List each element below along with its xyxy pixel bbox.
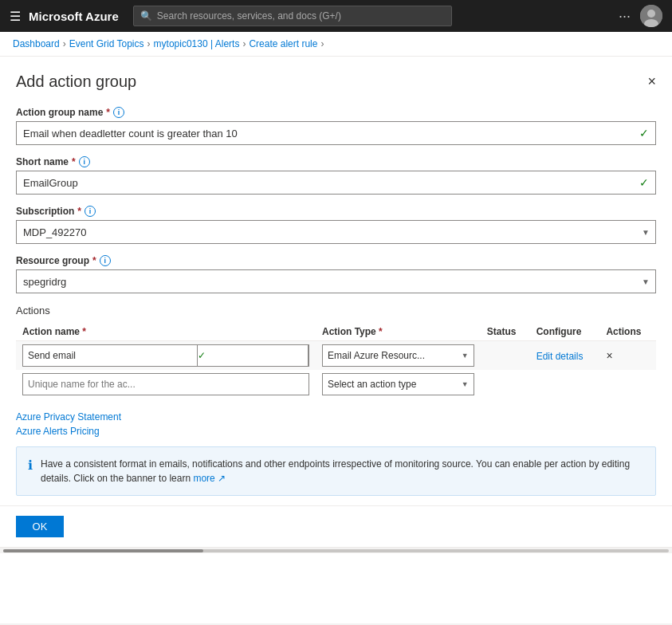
action-group-name-input-wrapper: ✓: [16, 121, 656, 145]
actions-table: Action name * Action Type * Status Confi…: [16, 323, 656, 399]
info-icon-action-group[interactable]: i: [113, 107, 124, 118]
app-logo: Microsoft Azure: [29, 10, 119, 23]
dialog: Add action group × Action group name * i…: [0, 57, 672, 496]
svg-point-1: [647, 10, 655, 18]
breadcrumb-sep-4: ›: [320, 38, 324, 49]
breadcrumb: Dashboard › Event Grid Topics › mytopic0…: [0, 32, 672, 57]
search-icon: 🔍: [140, 10, 152, 22]
action-type-select-wrapper-2: Select an action type ▼: [322, 373, 474, 395]
breadcrumb-event-grid[interactable]: Event Grid Topics: [69, 38, 144, 49]
dialog-footer: OK: [0, 505, 672, 547]
subscription-section: Subscription * i MDP_492270 ▼: [16, 206, 656, 244]
more-options-icon[interactable]: ···: [619, 8, 631, 25]
action-type-select-1[interactable]: Email Azure Resourc...: [323, 345, 474, 366]
short-name-section: Short name * i ✓: [16, 156, 656, 195]
topnav-right: ···: [619, 5, 662, 27]
status-cell-2: [481, 370, 530, 399]
short-name-input-wrapper: ✓: [16, 171, 656, 195]
action-group-name-label: Action group name * i: [16, 107, 656, 118]
remove-cell-2: [599, 370, 656, 399]
info-icon-short-name[interactable]: i: [79, 156, 90, 167]
check-mark-action-group: ✓: [639, 127, 655, 140]
breadcrumb-sep-3: ›: [242, 38, 246, 49]
info-banner-text: Have a consistent format in emails, noti…: [41, 457, 644, 485]
action-type-cell-2: Select an action type ▼: [316, 370, 481, 399]
action-name-cell-1: ✓: [16, 341, 316, 371]
required-marker-an: *: [82, 326, 86, 337]
action-type-select-2[interactable]: Select an action type: [323, 374, 474, 395]
col-configure: Configure: [530, 323, 600, 341]
action-name-input-1[interactable]: [23, 345, 197, 366]
avatar[interactable]: [640, 5, 662, 27]
ok-button[interactable]: OK: [16, 516, 64, 537]
col-action-name: Action name *: [16, 323, 316, 341]
search-box[interactable]: 🔍 Search resources, services, and docs (…: [133, 6, 452, 26]
required-marker: *: [106, 107, 110, 118]
info-icon-subscription[interactable]: i: [84, 206, 96, 217]
required-marker-short: *: [72, 156, 76, 167]
check-icon-1: ✓: [197, 344, 308, 367]
breadcrumb-sep-2: ›: [147, 38, 151, 49]
remove-button-1[interactable]: ×: [606, 349, 612, 362]
search-placeholder: Search resources, services, and docs (G+…: [157, 10, 341, 22]
required-marker-rg: *: [92, 255, 96, 266]
breadcrumb-mytopic[interactable]: mytopic0130 | Alerts: [154, 38, 240, 49]
action-name-input-2[interactable]: [23, 374, 308, 395]
col-status: Status: [481, 323, 530, 341]
col-action-type: Action Type *: [316, 323, 481, 341]
dialog-title: Add action group: [16, 73, 136, 91]
breadcrumb-create-alert[interactable]: Create alert rule: [249, 38, 317, 49]
short-name-input[interactable]: [17, 171, 639, 194]
action-name-input-wrapper-1: ✓: [22, 344, 309, 367]
subscription-select-wrapper: MDP_492270 ▼: [16, 220, 656, 244]
info-banner[interactable]: ℹ Have a consistent format in emails, no…: [16, 446, 656, 496]
resource-group-section: Resource group * i spegridrg ▼: [16, 255, 656, 293]
col-actions: Actions: [599, 323, 656, 341]
subscription-label: Subscription * i: [16, 206, 656, 217]
check-mark-short-name: ✓: [639, 176, 655, 189]
required-marker-at: *: [379, 326, 383, 337]
info-icon-rg[interactable]: i: [100, 255, 111, 266]
main-content: Add action group × Action group name * i…: [0, 57, 672, 623]
resource-group-label: Resource group * i: [16, 255, 656, 266]
hamburger-menu-icon[interactable]: ☰: [10, 9, 21, 24]
breadcrumb-sep-1: ›: [63, 38, 66, 49]
scroll-track: [3, 549, 669, 552]
actions-section: Actions Action name * Action Type * Stat…: [16, 305, 656, 399]
privacy-statement-link[interactable]: Azure Privacy Statement: [16, 411, 656, 423]
action-name-input-wrapper-2: [22, 373, 309, 395]
action-group-name-section: Action group name * i ✓: [16, 107, 656, 145]
actions-section-label: Actions: [16, 305, 656, 316]
more-link[interactable]: more ↗: [193, 473, 226, 484]
resource-group-select-wrapper: spegridrg ▼: [16, 269, 656, 293]
scroll-hint: [0, 547, 672, 553]
top-navigation: ☰ Microsoft Azure 🔍 Search resources, se…: [0, 0, 672, 32]
alerts-pricing-link[interactable]: Azure Alerts Pricing: [16, 426, 656, 437]
breadcrumb-dashboard[interactable]: Dashboard: [13, 38, 60, 49]
dialog-header: Add action group ×: [16, 73, 656, 91]
links-section: Azure Privacy Statement Azure Alerts Pri…: [16, 411, 656, 437]
action-type-cell-1: Email Azure Resourc... ▼: [316, 341, 481, 371]
short-name-label: Short name * i: [16, 156, 656, 167]
remove-cell-1: ×: [599, 341, 656, 371]
close-button[interactable]: ×: [647, 73, 656, 90]
scroll-thumb: [3, 549, 203, 552]
action-type-select-wrapper-1: Email Azure Resourc... ▼: [322, 344, 474, 367]
configure-cell-2: [530, 370, 600, 399]
table-row: ✓ Email Azure Resourc... ▼: [16, 341, 656, 371]
required-marker-sub: *: [77, 206, 81, 217]
edit-details-link-1[interactable]: Edit details: [536, 351, 584, 362]
subscription-select[interactable]: MDP_492270: [16, 220, 656, 244]
resource-group-select[interactable]: spegridrg: [16, 269, 656, 293]
table-row: Select an action type ▼: [16, 370, 656, 399]
configure-cell-1: Edit details: [530, 341, 600, 371]
action-group-name-input[interactable]: [17, 122, 639, 144]
status-cell-1: [481, 341, 530, 371]
info-banner-icon: ℹ: [28, 458, 33, 485]
action-name-cell-2: [16, 370, 316, 399]
